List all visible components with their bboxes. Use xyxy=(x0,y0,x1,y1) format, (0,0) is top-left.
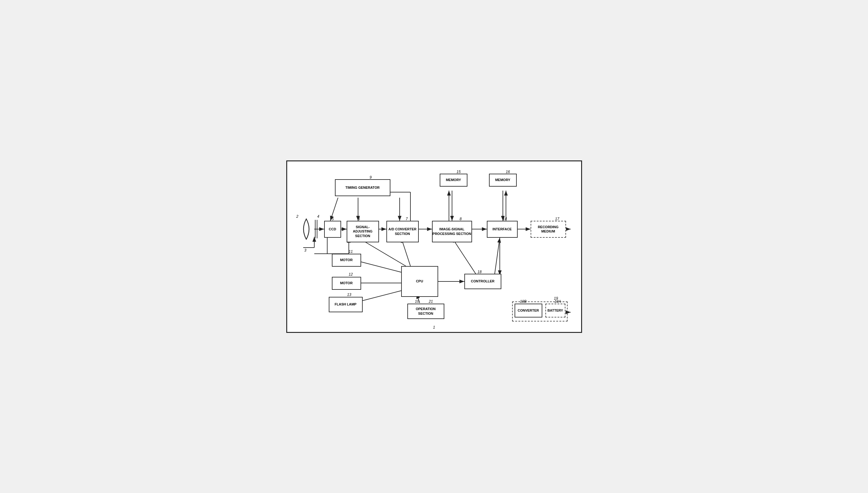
ccd-label: CCD xyxy=(329,227,336,231)
cpu-label: CPU xyxy=(416,279,423,283)
flash-lamp-ref: 13 xyxy=(347,293,351,297)
motor11-block: MOTOR xyxy=(332,254,361,267)
battery-block: BATTERY xyxy=(545,304,565,318)
converter-label: CONVERTER xyxy=(518,308,539,313)
interface-label: INTERFACE xyxy=(492,227,512,231)
operation-section-label: OPERATION SECTION xyxy=(408,307,444,316)
motor12-ref: 12 xyxy=(349,272,353,277)
timing-generator-ref: 9 xyxy=(370,175,372,179)
memory15-label: MEMORY xyxy=(446,178,461,182)
signal-adjusting-ref: 6 xyxy=(358,217,360,221)
signal-adjusting-label: SIGNAL- ADJUSTING SECTION xyxy=(347,225,378,238)
timing-generator-block: TIMING GENERATOR xyxy=(335,179,390,196)
ad-converter-block: A/D CONVERTER SECTION xyxy=(386,221,419,242)
image-signal-label: IMAGE-SIGNAL PROCESSING SECTION xyxy=(433,227,472,236)
controller-block: CONTROLLER xyxy=(464,274,501,289)
cpu-block: CPU xyxy=(401,266,438,297)
recording-medium-label: RECORDING MEDIUM xyxy=(531,225,565,234)
timing-generator-label: TIMING GENERATOR xyxy=(346,185,379,190)
interface-block: INTERFACE xyxy=(487,221,518,238)
shutter-ref: 4 xyxy=(317,214,319,219)
ccd-ref3: 3 xyxy=(305,248,307,253)
ad-converter-ref: 7 xyxy=(406,217,408,221)
motor12-block: MOTOR xyxy=(332,277,361,290)
motor11-label: MOTOR xyxy=(340,258,353,262)
flash-lamp-label: FLASH LAMP xyxy=(335,302,356,306)
ad-converter-label: A/D CONVERTER SECTION xyxy=(387,227,418,236)
operation-section-ref: 21 xyxy=(429,299,433,304)
diagram-container: 1 2 4 3 TIMING GENERATOR 9 CCD 5 SIGNAL-… xyxy=(286,160,582,333)
ccd-block: CCD xyxy=(324,221,341,238)
memory16-ref: 16 xyxy=(506,170,510,174)
memory15-block: MEMORY xyxy=(440,174,468,187)
ccd-ref: 5 xyxy=(332,217,334,221)
converter-block: CONVERTER xyxy=(515,304,542,318)
controller-label: CONTROLLER xyxy=(471,279,494,283)
diagram-ref-label: 1 xyxy=(433,325,435,329)
lens-shape xyxy=(300,218,312,240)
operation-section-block: OPERATION SECTION xyxy=(407,304,444,319)
motor11-ref: 11 xyxy=(349,250,353,254)
recording-medium-ref: 17 xyxy=(555,217,559,221)
controller-ref: 18 xyxy=(478,270,482,274)
interface-ref: 14 xyxy=(503,217,507,221)
svg-line-2 xyxy=(330,198,338,221)
memory16-block: MEMORY xyxy=(489,174,517,187)
shutter-lines xyxy=(315,220,317,238)
svg-line-20 xyxy=(452,238,477,275)
signal-adjusting-block: SIGNAL- ADJUSTING SECTION xyxy=(347,221,379,242)
battery-label: BATTERY xyxy=(547,308,563,313)
image-signal-block: IMAGE-SIGNAL PROCESSING SECTION xyxy=(432,221,472,242)
converter-ref: 19B xyxy=(520,299,526,304)
memory15-ref: 15 xyxy=(457,170,461,174)
battery-ref: 19A xyxy=(555,299,561,304)
flash-lamp-block: FLASH LAMP xyxy=(329,297,363,312)
image-signal-ref: 8 xyxy=(460,217,462,221)
cpu-ref: 10 xyxy=(415,299,419,304)
motor12-label: MOTOR xyxy=(340,281,353,285)
recording-medium-block: RECORDING MEDIUM xyxy=(531,221,566,238)
lens-ref: 2 xyxy=(296,214,298,219)
memory16-label: MEMORY xyxy=(495,178,510,182)
